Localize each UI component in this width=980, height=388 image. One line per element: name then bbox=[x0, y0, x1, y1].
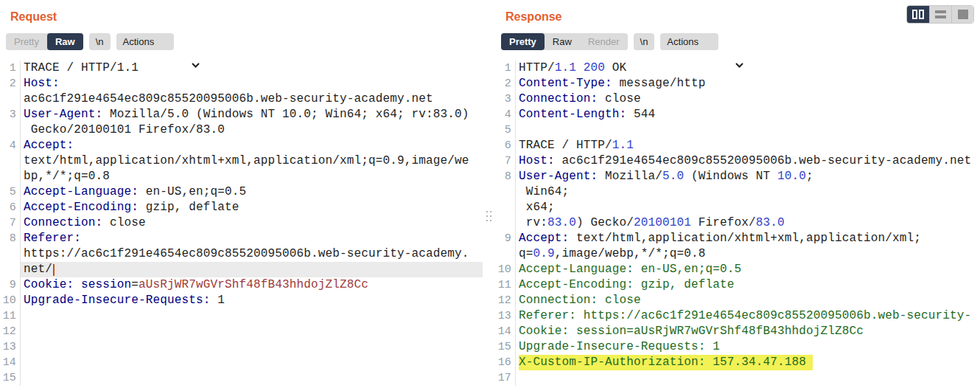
code-text[interactable]: Cookie: session=aUsRjWR7wGVrShf48fB43hhd… bbox=[516, 324, 980, 339]
code-text[interactable]: User-Agent: Mozilla/5.0 (Windows NT 10.0… bbox=[21, 107, 483, 122]
layout-columns-button[interactable] bbox=[907, 6, 929, 23]
code-text[interactable] bbox=[516, 122, 980, 138]
code-segment: aUsRjWR7wGVrShf48fB43hhdojZlZ8Cc bbox=[139, 278, 368, 291]
code-segment: https://ac6c1f291e4654ec809c85520095006b… bbox=[24, 247, 469, 260]
code-text[interactable]: Connection: close bbox=[516, 91, 980, 107]
code-line: q=0.9,image/webp,*/*;q=0.8 bbox=[495, 246, 980, 262]
code-segment: Mozilla/5.0 (Windows NT 10.0; Win64; x64… bbox=[102, 108, 469, 121]
actions-dropdown[interactable]: Actions bbox=[116, 33, 175, 50]
code-segment: close bbox=[102, 216, 146, 229]
code-text[interactable] bbox=[21, 370, 483, 386]
code-text[interactable]: q=0.9,image/webp,*/*;q=0.8 bbox=[516, 246, 980, 262]
request-panel: Request Pretty Raw \n Actions 1TRACE / H… bbox=[0, 0, 483, 388]
layout-single-button[interactable] bbox=[951, 6, 973, 23]
code-text[interactable]: Content-Length: 544 bbox=[516, 107, 980, 122]
layout-single-icon bbox=[958, 10, 968, 19]
code-text[interactable]: TRACE / HTTP/1.1 bbox=[21, 60, 483, 76]
code-text[interactable]: HTTP/1.1 200 OK bbox=[516, 60, 980, 76]
code-line: x64; bbox=[495, 200, 980, 215]
code-text[interactable]: Win64; bbox=[516, 184, 980, 200]
line-number: 11 bbox=[495, 277, 516, 293]
layout-toggle-group bbox=[906, 5, 974, 24]
code-line: 13Referer: https://ac6c1f291e4654ec809c8… bbox=[495, 308, 980, 324]
code-text[interactable]: Referer: https://ac6c1f291e4654ec809c855… bbox=[516, 308, 980, 324]
code-line: net/ bbox=[0, 262, 483, 277]
chevron-down-icon bbox=[159, 39, 167, 44]
code-segment: 10.0 bbox=[777, 170, 806, 183]
line-number: 14 bbox=[0, 355, 21, 370]
code-text[interactable] bbox=[516, 370, 980, 386]
code-line: 5Accept-Language: en-US,en;q=0.5 bbox=[0, 184, 483, 200]
code-text[interactable]: Accept-Encoding: gzip, deflate bbox=[516, 277, 980, 293]
code-segment: 83.0 bbox=[547, 216, 576, 229]
code-text[interactable]: Connection: close bbox=[21, 215, 483, 231]
code-text[interactable]: Accept: bbox=[21, 138, 483, 153]
code-text[interactable]: Referer: bbox=[21, 231, 483, 246]
line-number bbox=[0, 169, 21, 184]
code-line: 6TRACE / HTTP/1.1 bbox=[495, 138, 980, 153]
line-number: 8 bbox=[0, 231, 21, 246]
request-tab-row: Pretty Raw \n Actions bbox=[6, 33, 477, 50]
code-text[interactable] bbox=[21, 355, 483, 370]
code-line: 3User-Agent: Mozilla/5.0 (Windows NT 10.… bbox=[0, 107, 483, 122]
code-line: 8User-Agent: Mozilla/5.0 (Windows NT 10.… bbox=[495, 169, 980, 184]
code-segment: Connection: bbox=[519, 92, 598, 105]
line-number bbox=[495, 200, 516, 215]
tab-pretty[interactable]: Pretty bbox=[501, 33, 545, 50]
code-text[interactable]: Upgrade-Insecure-Requests: 1 bbox=[21, 293, 483, 308]
code-text[interactable]: net/ bbox=[21, 262, 483, 277]
actions-dropdown[interactable]: Actions bbox=[660, 33, 718, 50]
code-text[interactable]: TRACE / HTTP/1.1 bbox=[516, 138, 980, 153]
line-number: 9 bbox=[495, 231, 516, 246]
code-text[interactable]: Host: ac6c1f291e4654ec809c85520095006b.w… bbox=[516, 153, 980, 169]
newline-toggle-button[interactable]: \n bbox=[89, 33, 111, 50]
code-text[interactable] bbox=[21, 339, 483, 355]
code-segment: Upgrade-Insecure-Requests: 1 bbox=[519, 340, 720, 353]
code-text[interactable] bbox=[21, 308, 483, 324]
code-text[interactable] bbox=[21, 324, 483, 339]
code-text[interactable]: Accept-Language: en-US,en;q=0.5 bbox=[516, 262, 980, 277]
code-line: 16X-Custom-IP-Authorization: 157.34.47.1… bbox=[495, 355, 980, 370]
panel-splitter[interactable] bbox=[483, 0, 495, 388]
code-segment: X-Custom-IP-Authorization: 157.34.47.188 bbox=[519, 356, 806, 369]
code-text[interactable]: Accept-Encoding: gzip, deflate bbox=[21, 200, 483, 215]
code-text[interactable]: bp,*/*;q=0.8 bbox=[21, 169, 483, 184]
code-text[interactable]: Gecko/20100101 Firefox/83.0 bbox=[21, 122, 483, 138]
code-text[interactable]: Accept: text/html,application/xhtml+xml,… bbox=[516, 231, 980, 246]
tab-raw[interactable]: Raw bbox=[545, 33, 580, 50]
code-text[interactable]: Upgrade-Insecure-Requests: 1 bbox=[516, 339, 980, 355]
code-segment: TRACE / HTTP/ bbox=[519, 139, 612, 152]
tab-render[interactable]: Render bbox=[580, 33, 628, 50]
code-text[interactable]: Connection: close bbox=[516, 293, 980, 308]
response-tab-row: Pretty Raw Render \n Actions bbox=[501, 33, 974, 50]
code-line: 15Upgrade-Insecure-Requests: 1 bbox=[495, 339, 980, 355]
line-number: 9 bbox=[0, 277, 21, 293]
layout-rows-icon bbox=[935, 10, 946, 18]
code-line: 15 bbox=[0, 370, 483, 386]
response-editor[interactable]: 1HTTP/1.1 200 OK2Content-Type: message/h… bbox=[495, 60, 980, 388]
code-segment: (Windows NT bbox=[684, 170, 777, 183]
code-line: 1TRACE / HTTP/1.1 bbox=[0, 60, 483, 76]
request-editor[interactable]: 1TRACE / HTTP/1.12Host:ac6c1f291e4654ec8… bbox=[0, 60, 483, 388]
code-segment: ,image/webp,*/*;q=0.8 bbox=[555, 247, 706, 260]
code-line: 13 bbox=[0, 339, 483, 355]
code-segment: 5.0 bbox=[662, 170, 684, 183]
code-segment: Firefox/ bbox=[691, 216, 756, 229]
code-segment: Gecko/20100101 Firefox/83.0 bbox=[24, 123, 225, 136]
newline-toggle-button[interactable]: \n bbox=[634, 33, 655, 50]
code-text[interactable]: text/html,application/xhtml+xml,applicat… bbox=[21, 153, 483, 169]
code-text[interactable]: Cookie: session=aUsRjWR7wGVrShf48fB43hhd… bbox=[21, 277, 483, 293]
code-text[interactable]: User-Agent: Mozilla/5.0 (Windows NT 10.0… bbox=[516, 169, 980, 184]
code-text[interactable]: ac6c1f291e4654ec809c85520095006b.web-sec… bbox=[21, 91, 483, 107]
code-text[interactable]: Content-Type: message/http bbox=[516, 76, 980, 91]
code-text[interactable]: X-Custom-IP-Authorization: 157.34.47.188 bbox=[516, 355, 980, 370]
code-segment: text/html,application/xhtml+xml,applicat… bbox=[569, 232, 921, 245]
code-text[interactable]: https://ac6c1f291e4654ec809c85520095006b… bbox=[21, 246, 483, 262]
code-text[interactable]: x64; bbox=[516, 200, 980, 215]
code-text[interactable]: Host: bbox=[21, 76, 483, 91]
tab-pretty[interactable]: Pretty bbox=[6, 33, 47, 50]
tab-raw[interactable]: Raw bbox=[47, 33, 83, 50]
layout-rows-button[interactable] bbox=[929, 6, 951, 23]
code-text[interactable]: rv:83.0) Gecko/20100101 Firefox/83.0 bbox=[516, 215, 980, 231]
code-text[interactable]: Accept-Language: en-US,en;q=0.5 bbox=[21, 184, 483, 200]
